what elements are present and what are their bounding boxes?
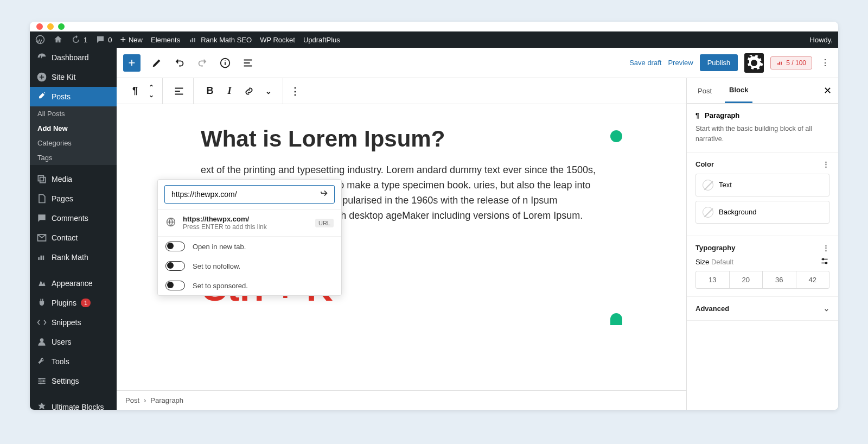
sidebar-sub-tags[interactable]: Tags <box>30 150 117 165</box>
align-icon[interactable] <box>169 81 189 101</box>
sidebar-item-ultimate[interactable]: Ultimate Blocks <box>30 397 117 410</box>
size-btn-13[interactable]: 13 <box>696 271 730 288</box>
tab-block[interactable]: Block <box>725 78 752 103</box>
preview-button[interactable]: Preview <box>668 59 693 67</box>
block-more-icon[interactable]: ⋮ <box>285 81 305 101</box>
svg-point-2 <box>39 378 41 379</box>
close-window-dot[interactable] <box>36 23 43 30</box>
sidebar-item-rankmath[interactable]: Rank Math <box>30 248 117 267</box>
window-titlebar <box>30 22 838 31</box>
outline-icon[interactable] <box>241 56 254 69</box>
publish-button[interactable]: Publish <box>700 54 738 71</box>
toggle-nofollow[interactable] <box>165 261 185 271</box>
move-arrows-icon[interactable]: ⌃⌄ <box>145 81 158 101</box>
add-block-button[interactable]: + <box>123 54 141 72</box>
sidebar-sub-categories[interactable]: Categories <box>30 136 117 150</box>
adminbar-howdy[interactable]: Howdy, <box>810 36 833 44</box>
adminbar-new[interactable]: +New <box>120 34 143 46</box>
sidebar-sub-allposts[interactable]: All Posts <box>30 106 117 121</box>
wp-logo-icon[interactable] <box>35 35 45 45</box>
advanced-heading[interactable]: Advanced <box>695 305 729 313</box>
color-heading: Color <box>695 160 714 168</box>
info-icon[interactable] <box>219 56 232 69</box>
plugins-badge: 1 <box>81 299 91 307</box>
size-default: Default <box>711 258 733 266</box>
block-toolbar: ¶ ⌃⌄ B I ⌄ ⋮ <box>117 78 686 104</box>
size-btn-20[interactable]: 20 <box>730 271 763 288</box>
toggle-new-tab-label: Open in new tab. <box>193 243 246 251</box>
suggestion-title: https://thewpx.com/ <box>183 215 309 223</box>
custom-size-icon[interactable] <box>820 257 829 267</box>
chevron-down-icon[interactable]: ⌄ <box>824 305 829 313</box>
redo-icon[interactable] <box>196 56 209 69</box>
size-btn-42[interactable]: 42 <box>796 271 829 288</box>
sidebar-item-tools[interactable]: Tools <box>30 352 117 371</box>
sidebar-item-users[interactable]: Users <box>30 332 117 352</box>
seo-score-badge[interactable]: 5 / 100 <box>770 56 812 69</box>
paragraph-type-icon[interactable]: ¶ <box>125 81 145 101</box>
maximize-window-dot[interactable] <box>58 23 65 30</box>
link-url-input[interactable] <box>164 185 335 204</box>
sidebar-item-dashboard[interactable]: Dashboard <box>30 48 117 67</box>
sidebar-item-plugins[interactable]: Plugins1 <box>30 293 117 313</box>
settings-panel: Post Block ✕ ¶ Paragraph Start with the … <box>686 78 838 410</box>
bold-icon[interactable]: B <box>200 81 220 101</box>
editor-topbar: + Save draft Preview Publish 5 / 100 ⋮ <box>117 48 838 78</box>
toggle-sponsored[interactable] <box>165 281 185 290</box>
link-icon[interactable] <box>239 81 259 101</box>
sidebar-item-appearance[interactable]: Appearance <box>30 274 117 293</box>
color-menu-icon[interactable]: ⋮ <box>822 160 829 168</box>
post-title[interactable]: What is Lorem Ipsum? <box>201 126 599 152</box>
grammar-badge-icon-2 <box>610 313 622 325</box>
adminbar-comments[interactable]: 0 <box>95 35 112 45</box>
chevron-down-icon[interactable]: ⌄ <box>259 81 278 101</box>
link-popup: https://thewpx.com/ Press ENTER to add t… <box>157 179 342 296</box>
sidebar-item-pages[interactable]: Pages <box>30 189 117 208</box>
adminbar-rankmath[interactable]: Rank Math SEO <box>188 35 252 45</box>
adminbar-home-icon[interactable] <box>53 35 63 45</box>
wp-admin-bar: 1 0 +New Elements Rank Math SEO WP Rocke… <box>30 31 838 48</box>
toggle-new-tab[interactable] <box>165 242 185 251</box>
sidebar-item-media[interactable]: Media <box>30 169 117 189</box>
svg-point-1 <box>40 338 44 342</box>
save-draft-button[interactable]: Save draft <box>629 59 661 67</box>
toggle-nofollow-label: Set to nofollow. <box>193 262 240 270</box>
sidebar-item-sitekit[interactable]: Site Kit <box>30 67 117 87</box>
sidebar-item-comments[interactable]: Comments <box>30 208 117 228</box>
crumb-block[interactable]: Paragraph <box>150 396 183 404</box>
tab-post[interactable]: Post <box>693 79 716 103</box>
paragraph-icon: ¶ <box>695 111 699 119</box>
size-btn-36[interactable]: 36 <box>763 271 796 288</box>
block-breadcrumb: Post › Paragraph <box>117 390 686 410</box>
block-name: Paragraph <box>705 111 739 119</box>
sidebar-item-posts[interactable]: Posts <box>30 87 117 106</box>
sidebar-item-contact[interactable]: Contact <box>30 228 117 248</box>
crumb-post[interactable]: Post <box>125 396 139 404</box>
size-label: Size <box>695 258 709 266</box>
sidebar-sub-addnew[interactable]: Add New <box>30 121 117 136</box>
color-text-button[interactable]: Text <box>695 174 829 196</box>
link-suggestion[interactable]: https://thewpx.com/ Press ENTER to add t… <box>158 209 341 237</box>
crumb-sep: › <box>144 396 146 404</box>
adminbar-updates[interactable]: 1 <box>71 35 87 45</box>
editor-canvas[interactable]: What is Lorem Ipsum? ext of the printing… <box>117 104 686 390</box>
italic-icon[interactable]: I <box>220 81 239 101</box>
edit-mode-icon[interactable] <box>150 56 163 69</box>
color-swatch-icon <box>703 207 713 218</box>
minimize-window-dot[interactable] <box>47 23 54 30</box>
sidebar-item-settings[interactable]: Settings <box>30 371 117 391</box>
close-panel-icon[interactable]: ✕ <box>824 85 832 97</box>
more-options-icon[interactable]: ⋮ <box>819 56 832 69</box>
block-description: Start with the basic building block of a… <box>695 124 829 144</box>
adminbar-wprocket[interactable]: WP Rocket <box>260 36 295 44</box>
settings-gear-icon[interactable] <box>744 53 764 73</box>
svg-point-7 <box>822 258 824 260</box>
submit-link-icon[interactable] <box>320 188 329 200</box>
undo-icon[interactable] <box>173 56 186 69</box>
toggle-sponsored-label: Set to sponsored. <box>193 282 248 290</box>
typography-menu-icon[interactable]: ⋮ <box>822 244 829 252</box>
sidebar-item-snippets[interactable]: Snippets <box>30 313 117 332</box>
color-bg-button[interactable]: Background <box>695 201 829 224</box>
adminbar-elements[interactable]: Elements <box>151 36 180 44</box>
adminbar-updraft[interactable]: UpdraftPlus <box>303 36 340 44</box>
